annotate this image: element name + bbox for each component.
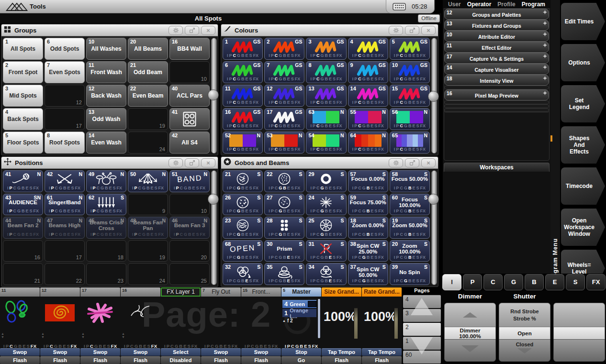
swop-button[interactable]: Tap Tempo [322,348,361,356]
gobo-palette-button[interactable]: 23SIPCGBESFX [223,217,263,239]
wheel-down-button[interactable] [553,339,605,362]
colour-palette-button[interactable]: 17GSIPCGBESFX [264,108,304,130]
playback-tab[interactable]: Rate Grand... [362,287,402,297]
position-palette-button[interactable]: 49NIPCGBESFX [86,170,126,192]
swop-button[interactable]: Stop [281,348,321,356]
scrollbar-knob[interactable] [208,89,219,100]
scrollbar-knob[interactable] [208,194,219,205]
colour-palette-button[interactable]: 55NIPCGBESFX [348,108,388,130]
gobo-palette-button[interactable]: 32SIPCGBESFX [223,263,263,285]
page-item[interactable]: 2 [403,323,441,336]
gobo-palette-button[interactable]: 20SZoom 100.00%IPCGBESFX [390,240,430,262]
swop-button[interactable]: Swop [80,348,120,356]
playback-tab[interactable]: 16 [121,287,160,297]
workspace-button[interactable]: 10Attribute Editor [444,31,549,42]
playback-tab[interactable]: 11 [0,287,40,297]
empty-handle[interactable]: 22 [45,263,85,285]
position-palette-button[interactable]: 46NBeam Fan 3IPCGBESFX [169,217,210,239]
menu-tab-program[interactable]: Program [522,1,545,8]
menu-button[interactable]: Edit Times [561,3,605,40]
position-palette-button[interactable]: 50NIPCGBESFX [128,170,168,192]
gobo-palette-button[interactable]: 37SSpin CW 50.00%IPCGBESFX [348,263,388,285]
playback-tab[interactable]: 12 [40,287,80,297]
flash-button[interactable]: Flash [322,356,361,364]
empty-handle[interactable]: 12 [45,85,85,107]
gobo-palette-button[interactable]: 57SFocus 0.00%IPCGBESFX [348,170,388,192]
attribute-bank-g[interactable]: G [504,274,523,290]
gobo-palette-button[interactable]: 22SIPCGBESFX [264,170,304,192]
attribute-bank-i[interactable]: I [442,274,461,290]
attribute-bank-b[interactable]: B [525,274,544,290]
wheel-up-button[interactable] [444,303,496,327]
swop-button[interactable]: Swop [0,348,40,356]
close-icon[interactable]: × [421,26,436,35]
playback-tab[interactable]: FX Layer 1 [161,287,201,297]
settings-icon[interactable] [168,26,183,35]
menu-button[interactable]: Options [561,44,605,81]
workspace-button[interactable]: 17Capture Vis & Settings [444,53,549,64]
position-palette-button[interactable]: 43SNAUDIENCEIPCGBESFX [3,194,43,216]
colour-palette-button[interactable]: 7GSIPCGBESFX [264,61,304,83]
colour-palette-button[interactable]: 52NIPCGBESFX [223,132,263,154]
wheel-up-button[interactable]: Rnd Strobe Strobe % [499,303,550,327]
scrollbar[interactable] [211,38,217,154]
group-button[interactable]: 41 [169,108,210,130]
playback-tab[interactable]: Size Grand... [322,287,361,297]
empty-handle[interactable]: 23 [86,263,126,285]
group-button[interactable]: 11Front Wash [86,61,126,83]
flash-button[interactable]: Flash [0,356,40,364]
colour-palette-button[interactable]: 10GSIPCGBESFX [390,61,430,83]
gobo-palette-button[interactable]: 58SFocus 50.00%IPCGBESFX [390,170,430,192]
workspace-button[interactable]: 14Capture Visualiser [444,64,549,75]
group-button[interactable]: 3Mid Spots [3,85,43,107]
attribute-bank-s[interactable]: S [566,274,585,290]
group-button[interactable]: 10All Washes [86,38,126,60]
workspace-button[interactable]: 18Intensity View [444,75,549,86]
empty-handle[interactable]: 18 [86,240,126,262]
colour-palette-button[interactable]: 63NIPCGBESFX [306,108,346,130]
colour-palette-button[interactable]: 8GSIPCGBESFX [306,61,346,83]
colour-palette-button[interactable]: 13GSIPCGBESFX [306,85,346,107]
colour-palette-button[interactable]: 11GSIPCGBESFX [223,85,263,107]
gobo-palette-button[interactable]: 38SSpin CW 25.00%IPCGBESFX [348,240,388,262]
grand-master-fader[interactable] [354,308,358,339]
flash-button[interactable]: Flash [362,356,402,364]
gobo-palette-button[interactable]: 59SFocus 75.00%IPCGBESFX [348,194,388,216]
position-palette-button[interactable]: 41NIPCGBESFX [3,170,43,192]
colour-palette-button[interactable]: 65NIPCGBESFX [390,132,430,154]
empty-handle[interactable]: 20 [169,240,210,262]
menu-button[interactable]: Timecode [561,167,605,205]
colour-palette-button[interactable]: 2GSIPCGBESFX [264,38,304,60]
group-button[interactable]: 1All Spots [3,38,43,60]
group-button[interactable]: 5Floor Spots [3,132,43,154]
position-palette-button[interactable]: 45NBeams Criss CrossIPCGBESFX [86,217,126,239]
cue-row[interactable]: 1Orange L... [282,309,316,317]
gobo-palette-button[interactable]: 28SIPCGBESFX [264,217,304,239]
position-palette-button[interactable]: 51NBANDIPCGBESFX [169,170,210,192]
colour-palette-button[interactable]: 9GSIPCGBESFX [348,61,388,83]
position-palette-button[interactable]: 62SIPCGBESFX [86,194,126,216]
playback-tab[interactable]: 15Front... [241,287,281,297]
menu-tab-operator[interactable]: Operator [467,1,492,8]
gobo-palette-button[interactable]: 30SPrismIPCGBESFX [264,240,304,262]
scrollbar[interactable] [211,170,217,285]
gobo-palette-button[interactable]: 29SIPCGBESFX [306,170,346,192]
close-icon[interactable]: × [201,26,215,35]
flash-button[interactable]: Flash [80,356,120,364]
position-palette-button[interactable]: 42NIPCGBESFX [45,170,85,192]
workspace-button[interactable]: 11Effect Editor [444,42,549,53]
attribute-bank-c[interactable]: C [483,274,503,290]
playback-tab[interactable]: 7Fly Out [201,287,241,297]
gobo-palette-button[interactable]: 68SOPENIPCGBESFX [223,240,263,262]
page-up-button[interactable] [411,298,433,315]
gobo-palette-button[interactable]: 35SIPCGBESFX [264,263,304,285]
colour-palette-button[interactable]: 1GSIPCGBESFX [223,38,263,60]
flash-button[interactable]: Disabled [161,356,201,364]
tools-menu[interactable]: Tools [30,0,46,13]
group-button[interactable]: 20All Beams [128,38,168,60]
colour-palette-button[interactable]: 12GSIPCGBESFX [264,85,304,107]
menu-tab-user[interactable]: User [448,1,461,8]
gobo-palette-button[interactable]: 25SIPCGBESFX [306,217,346,239]
empty-handle[interactable]: 17 [45,108,85,130]
playback-tab[interactable]: 17 [80,287,120,297]
